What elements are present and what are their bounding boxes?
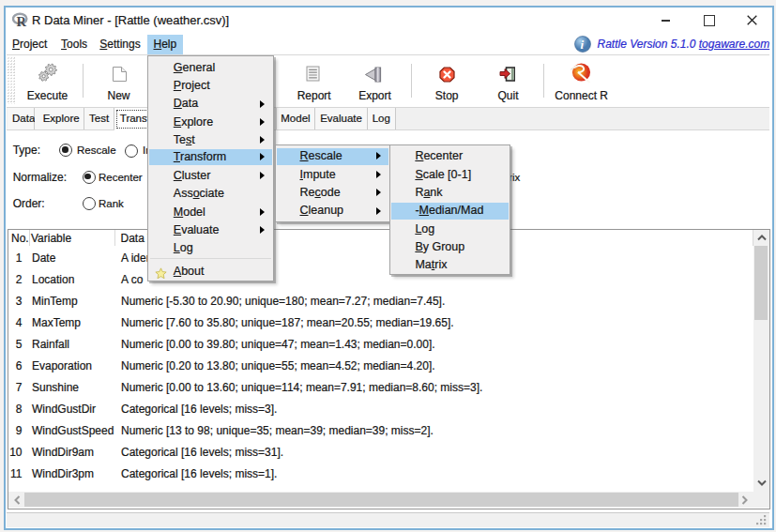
svg-text:R: R bbox=[16, 14, 26, 28]
svg-text:i: i bbox=[580, 38, 584, 52]
